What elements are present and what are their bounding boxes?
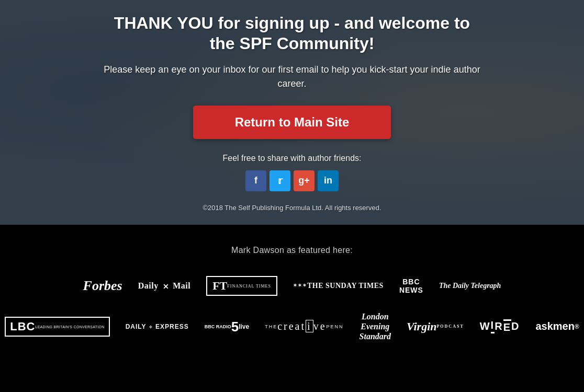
askmen-logo: askmen® <box>535 320 579 332</box>
lbc-logo: LBCLEADING BRITAIN'S CONVERSATION <box>5 317 109 337</box>
evening-standard-logo: LondonEveningStandard <box>360 312 391 342</box>
virgin-podcast-logo: VirginPODCAST <box>407 320 464 333</box>
dailymail-logo: Daily ⨉ Mail <box>138 281 190 291</box>
facebook-share-button[interactable]: f <box>245 170 266 191</box>
ft-logo: FTFINANCIAL TIMES <box>206 276 277 296</box>
express-logo: DAILY ✧ EXPRESS <box>126 323 189 330</box>
logos-row-2: LBCLEADING BRITAIN'S CONVERSATION DAILY … <box>31 312 553 342</box>
telegraph-logo: The Daily Telegraph <box>439 282 501 290</box>
hero-content: THANK YOU for signing up - and welcome t… <box>83 13 501 212</box>
twitter-share-button[interactable]: 𝕣 <box>269 170 290 191</box>
share-text: Feel free to share with author friends: <box>104 154 480 163</box>
return-to-main-site-button[interactable]: Return to Main Site <box>193 106 391 139</box>
linkedin-share-button[interactable]: in <box>318 170 339 191</box>
wired-logo: WIRED <box>480 319 520 333</box>
bbc5live-logo: BBC RADIO 5live <box>205 320 249 333</box>
featured-title: Mark Dawson as featured here: <box>31 246 553 255</box>
hero-title: THANK YOU for signing up - and welcome t… <box>104 13 480 53</box>
hero-subtitle: Please keep an eye on your inbox for our… <box>104 63 480 91</box>
logos-row-1: Forbes Daily ⨉ Mail FTFINANCIAL TIMES ✶✶… <box>31 276 553 296</box>
googleplus-share-button[interactable]: g+ <box>294 170 315 191</box>
social-icons-group: f 𝕣 g+ in <box>104 170 480 191</box>
hero-section: THANK YOU for signing up - and welcome t… <box>0 0 584 225</box>
copyright-text: ©2018 The Self Publishing Formula Ltd. A… <box>104 204 480 212</box>
featured-section: Mark Dawson as featured here: Forbes Dai… <box>0 225 584 384</box>
sundaytimes-logo: ✶✶✶ THE SUNDAY TIMES <box>293 282 384 290</box>
forbes-logo: Forbes <box>83 278 122 294</box>
creative-penn-logo: THE creative PENN <box>265 320 343 332</box>
bbc-news-logo: BBCNEWS <box>399 278 423 294</box>
